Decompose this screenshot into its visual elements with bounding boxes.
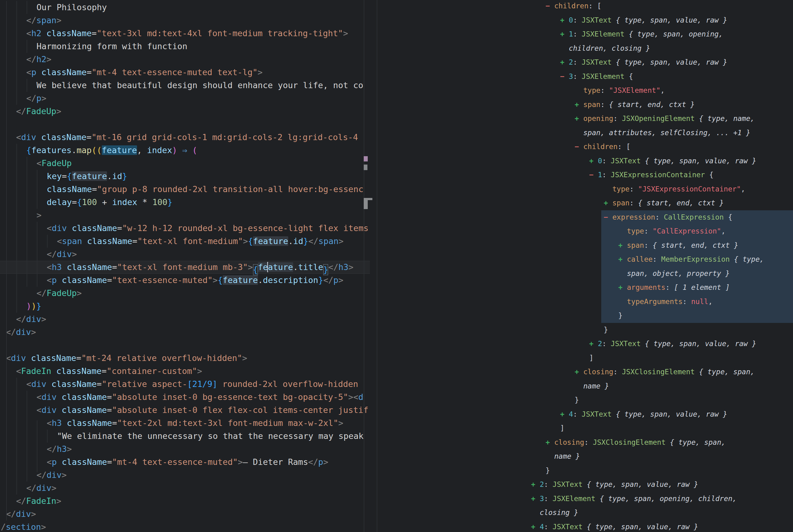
- tree-node-line[interactable]: +span: { start, end, ctxt }: [377, 196, 793, 210]
- code-line-current[interactable]: <h3 className="text-xl font-medium mb-3"…: [0, 261, 370, 274]
- expand-toggle-icon[interactable]: +: [560, 13, 564, 27]
- tree-node-line[interactable]: }: [377, 309, 793, 323]
- tree-node-line[interactable]: +0: JSXText { type, span, value, raw }: [377, 154, 793, 168]
- collapse-toggle-icon[interactable]: −: [560, 70, 564, 84]
- code-line[interactable]: </div>: [0, 248, 370, 261]
- tree-node-line[interactable]: type: "CallExpression",: [377, 224, 793, 239]
- tree-node-line[interactable]: +0: JSXText { type, span, value, raw }: [377, 13, 793, 27]
- expand-toggle-icon[interactable]: +: [618, 281, 623, 295]
- code-line[interactable]: delay={100 + index * 100}: [0, 196, 370, 209]
- code-editor-pane[interactable]: Our Philosophy</span><h2 className="text…: [0, 0, 377, 532]
- tree-node-line[interactable]: −children: [: [377, 140, 793, 154]
- code-line[interactable]: >: [0, 209, 370, 222]
- tree-node-line[interactable]: +3: JSXElement { type, span, opening, ch…: [377, 492, 793, 506]
- collapse-toggle-icon[interactable]: −: [546, 0, 550, 13]
- code-line[interactable]: <div className="mt-24 relative overflow-…: [0, 352, 370, 365]
- tree-node-line[interactable]: −expression: CallExpression {: [377, 210, 793, 225]
- tree-node-line[interactable]: −3: JSXElement {: [377, 70, 793, 84]
- expand-toggle-icon[interactable]: +: [560, 55, 564, 70]
- code-line[interactable]: </FadeIn>: [0, 495, 370, 508]
- tree-node-line[interactable]: +4: JSXText { type, span, value, raw }: [377, 520, 793, 532]
- tree-node-line[interactable]: ]: [377, 421, 793, 436]
- tree-node-line[interactable]: type: "JSXElement",: [377, 83, 793, 98]
- code-line[interactable]: </h3>: [0, 443, 370, 456]
- tree-node-line[interactable]: typeArguments: null,: [377, 295, 793, 309]
- code-line[interactable]: Harmonizing form with function: [0, 40, 370, 53]
- code-line[interactable]: </FadeUp>: [0, 105, 370, 118]
- code-line[interactable]: <span className="text-xl font-medium">{f…: [0, 235, 370, 248]
- code-line[interactable]: <FadeUp: [0, 157, 370, 170]
- expand-toggle-icon[interactable]: +: [589, 154, 594, 168]
- code-line[interactable]: We believe that beautiful design should …: [0, 79, 370, 92]
- code-line[interactable]: </div>: [0, 326, 370, 339]
- code-line[interactable]: className="group p-8 rounded-2xl transit…: [0, 183, 370, 196]
- tree-node-line[interactable]: }: [377, 393, 793, 407]
- expand-toggle-icon[interactable]: +: [531, 492, 535, 506]
- tree-wrap-line[interactable]: span, object, property }: [377, 267, 793, 281]
- tree-node-line[interactable]: +arguments: [ 1 element ]: [377, 281, 793, 295]
- expand-toggle-icon[interactable]: +: [575, 98, 579, 112]
- collapse-toggle-icon[interactable]: −: [575, 140, 579, 154]
- tree-node-line[interactable]: +callee: MemberExpression { type,: [377, 252, 793, 267]
- code-line[interactable]: </p>: [0, 92, 370, 105]
- expand-toggle-icon[interactable]: +: [604, 196, 608, 210]
- tree-wrap-line[interactable]: name }: [377, 450, 793, 464]
- tree-wrap-line[interactable]: span, attributes, selfClosing, ... +1 }: [377, 126, 793, 140]
- tree-node-line[interactable]: ]: [377, 351, 793, 365]
- tree-wrap-line[interactable]: children, closing }: [377, 41, 793, 56]
- code-line[interactable]: <div className="relative aspect-[21/9] r…: [0, 378, 370, 391]
- code-line[interactable]: <h3 className="text-2xl md:text-3xl font…: [0, 417, 370, 430]
- code-line[interactable]: </h2>: [0, 53, 370, 66]
- tree-node-line[interactable]: +span: { start, end, ctxt }: [377, 98, 793, 112]
- tree-node-line[interactable]: }: [377, 464, 793, 478]
- tree-node-line[interactable]: +span: { start, end, ctxt }: [377, 239, 793, 253]
- code-line[interactable]: <p className="text-essence-muted">{featu…: [0, 274, 370, 287]
- tree-node-line[interactable]: −1: JSXExpressionContainer {: [377, 168, 793, 182]
- expand-toggle-icon[interactable]: +: [531, 478, 535, 492]
- ast-tree-panel[interactable]: −children: [+0: JSXText { type, span, va…: [377, 0, 793, 532]
- code-line[interactable]: {features.map((feature, index) ⇒ (: [0, 144, 370, 157]
- code-line[interactable]: </div>: [0, 508, 370, 520]
- code-line[interactable]: <div className="absolute inset-0 flex fl…: [0, 404, 370, 417]
- code-line[interactable]: key={feature.id}: [0, 170, 370, 183]
- tree-node-line[interactable]: +4: JSXText { type, span, value, raw }: [377, 407, 793, 422]
- tree-wrap-line[interactable]: closing }: [377, 506, 793, 520]
- collapse-toggle-icon[interactable]: −: [604, 210, 608, 225]
- code-line[interactable]: <p className="mt-4 text-essence-muted te…: [0, 66, 370, 79]
- tree-node-line[interactable]: +2: JSXText { type, span, value, raw }: [377, 478, 793, 492]
- expand-toggle-icon[interactable]: +: [531, 520, 535, 532]
- tree-node-line[interactable]: +2: JSXText { type, span, value, raw }: [377, 337, 793, 351]
- tree-node-line[interactable]: +closing: JSXClosingElement { type, span…: [377, 436, 793, 450]
- expand-toggle-icon[interactable]: +: [618, 252, 623, 267]
- code-line[interactable]: ))}: [0, 300, 370, 313]
- code-line[interactable]: <div className="absolute inset-0 bg-esse…: [0, 391, 370, 404]
- code-line[interactable]: [0, 339, 370, 352]
- code-line[interactable]: Our Philosophy: [0, 1, 370, 14]
- code-line[interactable]: [0, 118, 370, 131]
- code-line[interactable]: </div>: [0, 469, 370, 481]
- expand-toggle-icon[interactable]: +: [575, 365, 579, 379]
- code-line[interactable]: </span>: [0, 14, 370, 27]
- expand-toggle-icon[interactable]: +: [589, 337, 594, 351]
- tree-node-line[interactable]: −children: [: [377, 0, 793, 13]
- code-line[interactable]: <div className="w-12 h-12 rounded-xl bg-…: [0, 222, 370, 235]
- expand-toggle-icon[interactable]: +: [546, 436, 550, 450]
- code-line[interactable]: <FadeIn className="container-custom">: [0, 365, 370, 378]
- collapse-toggle-icon[interactable]: −: [589, 168, 594, 182]
- tree-node-line[interactable]: +1: JSXElement { type, span, opening,: [377, 27, 793, 41]
- expand-toggle-icon[interactable]: +: [560, 407, 564, 422]
- code-line[interactable]: <h2 className="text-3xl md:text-4xl font…: [0, 27, 370, 40]
- code-line[interactable]: </div>: [0, 313, 370, 326]
- tree-wrap-line[interactable]: name }: [377, 379, 793, 394]
- code-line[interactable]: </FadeUp>: [0, 287, 370, 300]
- expand-toggle-icon[interactable]: +: [560, 27, 564, 41]
- code-line[interactable]: /section>: [0, 520, 370, 532]
- code-line[interactable]: "We eliminate the unnecessary so that th…: [0, 430, 370, 443]
- tree-node-line[interactable]: type: "JSXExpressionContainer",: [377, 182, 793, 196]
- tree-node-line[interactable]: }: [377, 323, 793, 337]
- tree-node-line[interactable]: +2: JSXText { type, span, value, raw }: [377, 55, 793, 70]
- tree-node-line[interactable]: +opening: JSXOpeningElement { type, name…: [377, 112, 793, 126]
- code-line[interactable]: </div>: [0, 481, 370, 495]
- expand-toggle-icon[interactable]: +: [575, 112, 579, 126]
- tree-node-line[interactable]: +closing: JSXClosingElement { type, span…: [377, 365, 793, 379]
